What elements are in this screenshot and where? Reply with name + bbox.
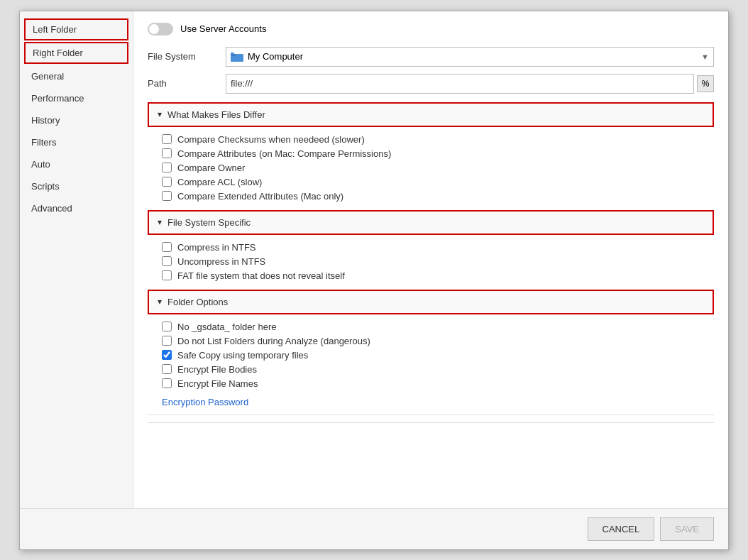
sidebar-item-general[interactable]: General [20, 65, 133, 87]
server-accounts-row: Use Server Accounts [148, 23, 714, 35]
no-gsdata-label: No _gsdata_ folder here [177, 322, 276, 332]
compare-extended-checkbox[interactable] [162, 191, 172, 201]
sidebar-item-left-folder[interactable]: Left Folder [24, 18, 128, 40]
compare-attributes-checkbox[interactable] [162, 148, 172, 158]
checkbox-compare-extended: Compare Extended Attributes (Mac only) [162, 191, 714, 202]
compare-checksums-checkbox[interactable] [162, 134, 172, 144]
section-file-system-specific[interactable]: ▾ File System Specific [148, 210, 714, 235]
cancel-button[interactable]: CANCEL [588, 517, 655, 541]
main-content: Use Server Accounts File System My Compu… [133, 11, 728, 508]
safe-copy-label: Safe Copy using temporary files [177, 350, 308, 361]
sidebar-item-history[interactable]: History [20, 109, 133, 131]
compare-extended-label: Compare Extended Attributes (Mac only) [177, 191, 343, 202]
chevron-down-icon-3: ▾ [158, 297, 162, 307]
compress-ntfs-checkbox[interactable] [162, 242, 172, 252]
no-gsdata-checkbox[interactable] [162, 322, 172, 331]
compress-ntfs-label: Compress in NTFS [177, 242, 256, 253]
encrypt-bodies-label: Encrypt File Bodies [177, 364, 257, 375]
file-system-dropdown[interactable]: My Computer ▼ [226, 47, 714, 67]
compare-acl-checkbox[interactable] [162, 177, 172, 187]
sidebar-item-advanced[interactable]: Advanced [20, 197, 133, 219]
safe-copy-checkbox[interactable] [162, 350, 172, 360]
checkbox-safe-copy: Safe Copy using temporary files [162, 350, 714, 361]
compare-owner-label: Compare Owner [177, 163, 245, 173]
sidebar: Left Folder Right Folder General Perform… [20, 11, 133, 508]
server-accounts-toggle[interactable] [148, 23, 173, 35]
encrypt-names-checkbox[interactable] [162, 378, 172, 388]
uncompress-ntfs-label: Uncompress in NTFS [177, 256, 265, 267]
do-not-list-label: Do not List Folders during Analyze (dang… [177, 336, 370, 346]
section-title-folder-options: Folder Options [167, 297, 228, 307]
dialog-footer: CANCEL SAVE [20, 508, 728, 549]
dropdown-arrow-icon: ▼ [701, 53, 709, 61]
checkbox-no-gsdata: No _gsdata_ folder here [162, 322, 714, 332]
folder-icon [231, 52, 243, 62]
path-input-container: file:/// [226, 74, 694, 94]
svg-rect-2 [231, 53, 234, 55]
checkbox-fat-file-system: FAT file system that does not reveal its… [162, 270, 714, 281]
compare-attributes-label: Compare Attributes (on Mac: Compare Perm… [177, 148, 391, 159]
section-what-makes-files-differ[interactable]: ▾ What Makes Files Differ [148, 102, 714, 127]
checkbox-compare-attributes: Compare Attributes (on Mac: Compare Perm… [162, 148, 714, 159]
section-folder-options[interactable]: ▾ Folder Options [148, 290, 714, 314]
path-row: Path file:/// % [148, 74, 714, 94]
do-not-list-checkbox[interactable] [162, 336, 172, 346]
section-title-file-system: File System Specific [167, 217, 251, 228]
encrypt-names-label: Encrypt File Names [177, 378, 258, 389]
sidebar-item-auto[interactable]: Auto [20, 153, 133, 175]
checkbox-compress-ntfs: Compress in NTFS [162, 242, 714, 253]
checkbox-compare-checksums: Compare Checksums when needeed (slower) [162, 134, 714, 145]
checkbox-uncompress-ntfs: Uncompress in NTFS [162, 256, 714, 267]
divider-2 [148, 422, 714, 423]
fat-file-system-checkbox[interactable] [162, 270, 172, 280]
compare-checksums-label: Compare Checksums when needeed (slower) [177, 134, 365, 145]
server-accounts-label: Use Server Accounts [180, 23, 266, 34]
checkbox-encrypt-bodies: Encrypt File Bodies [162, 364, 714, 375]
dialog-body: Left Folder Right Folder General Perform… [20, 11, 728, 508]
compare-owner-checkbox[interactable] [162, 163, 172, 172]
compare-acl-label: Compare ACL (slow) [177, 177, 262, 187]
chevron-down-icon: ▾ [158, 109, 162, 119]
dialog: Left Folder Right Folder General Perform… [19, 11, 729, 550]
sidebar-item-right-folder[interactable]: Right Folder [24, 42, 128, 64]
file-system-label: File System [148, 51, 226, 62]
checkbox-encrypt-names: Encrypt File Names [162, 378, 714, 389]
percent-button[interactable]: % [697, 75, 714, 92]
sidebar-item-filters[interactable]: Filters [20, 131, 133, 153]
checkbox-do-not-list: Do not List Folders during Analyze (dang… [162, 336, 714, 346]
section-title-what-makes: What Makes Files Differ [167, 109, 265, 120]
encryption-password-link[interactable]: Encryption Password [162, 397, 248, 407]
path-value[interactable]: file:/// [231, 78, 689, 89]
sidebar-item-performance[interactable]: Performance [20, 87, 133, 109]
fat-file-system-label: FAT file system that does not reveal its… [177, 270, 345, 281]
save-button[interactable]: SAVE [660, 517, 714, 541]
file-system-value: My Computer [248, 51, 701, 62]
path-label: Path [148, 78, 226, 89]
uncompress-ntfs-checkbox[interactable] [162, 256, 172, 266]
checkbox-compare-owner: Compare Owner [162, 163, 714, 173]
encrypt-bodies-checkbox[interactable] [162, 364, 172, 374]
file-system-row: File System My Computer ▼ [148, 47, 714, 67]
divider-1 [148, 414, 714, 415]
sidebar-item-scripts[interactable]: Scripts [20, 175, 133, 197]
checkbox-compare-acl: Compare ACL (slow) [162, 177, 714, 187]
chevron-down-icon-2: ▾ [158, 217, 162, 227]
